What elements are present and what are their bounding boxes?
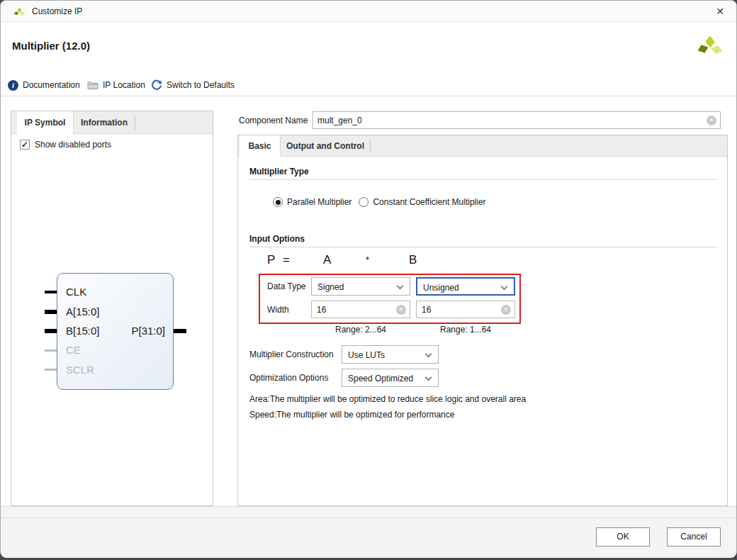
app-logo-icon [13, 6, 26, 18]
component-name-label: Component Name [239, 116, 308, 125]
data-type-b-select[interactable]: Unsigned [416, 277, 515, 296]
multiplier-construction-select[interactable]: Use LUTs [342, 345, 439, 364]
close-icon[interactable]: ✕ [712, 4, 728, 18]
show-disabled-ports-checkbox[interactable]: ✓ Show disabled ports [20, 140, 111, 150]
range-b-note: Range: 1...64 [416, 325, 515, 335]
customize-ip-dialog: Customize IP ✕ Multiplier (12.0) i Docum… [0, 0, 737, 557]
data-type-a-select[interactable]: Signed [311, 277, 410, 296]
left-tab-strip: IP Symbol Information [11, 111, 213, 134]
component-name-field[interactable]: × [313, 111, 721, 129]
width-a-input[interactable] [317, 301, 388, 318]
optimization-options-value: Speed Optimized [348, 374, 413, 383]
data-type-label: Data Type [267, 281, 305, 291]
data-type-a-value: Signed [317, 282, 344, 292]
dialog-footer: OK Cancel [1, 506, 736, 558]
clear-icon[interactable]: × [707, 116, 716, 125]
info-icon: i [8, 80, 18, 91]
equation-star: * [366, 254, 369, 265]
documentation-button[interactable]: i Documentation [8, 78, 80, 92]
chevron-down-icon [397, 283, 404, 290]
ip-location-button[interactable]: IP Location [87, 78, 145, 92]
width-label: Width [267, 305, 289, 315]
port-p: P[31:0] [131, 325, 165, 337]
port-clk: CLK [66, 286, 86, 298]
ip-symbol-panel: IP Symbol Information ✓ Show disabled po… [11, 111, 213, 506]
title-bar: Customize IP ✕ [1, 1, 736, 22]
ip-symbol-diagram: CLK A[15:0] B[15:0] CE SCLR P[31:0] [57, 273, 174, 390]
show-disabled-ports-label: Show disabled ports [35, 140, 111, 150]
port-b: B[15:0] [66, 325, 100, 337]
range-a-note: Range: 2...64 [311, 325, 410, 335]
data-type-b-value: Unsigned [423, 283, 459, 293]
chevron-down-icon [501, 284, 508, 291]
equation-b: B [409, 253, 417, 267]
optimization-options-select[interactable]: Speed Optimized [342, 369, 439, 387]
documentation-label: Documentation [23, 80, 80, 90]
refresh-icon [151, 79, 162, 91]
port-stub-clk [45, 291, 57, 293]
radio-unselected-icon[interactable] [359, 197, 368, 207]
tab-information[interactable]: Information [74, 111, 135, 134]
equation-a: A [323, 253, 331, 267]
switch-to-defaults-label: Switch to Defaults [167, 80, 235, 90]
cancel-button[interactable]: Cancel [667, 527, 721, 547]
section-rule [249, 247, 717, 247]
section-rule [249, 179, 717, 180]
port-ce: CE [66, 344, 81, 356]
equation-p: P [267, 253, 275, 267]
radio-label: Parallel Multiplier [287, 197, 351, 207]
radio-constant-coefficient[interactable]: Constant Coefficient Multiplier [359, 197, 485, 207]
folder-icon [87, 80, 99, 90]
multiplier-construction-label: Multiplier Construction [249, 349, 334, 359]
chevron-down-icon [425, 351, 432, 358]
component-name-input[interactable] [317, 112, 700, 128]
ok-button[interactable]: OK [596, 527, 650, 547]
port-a: A[15:0] [66, 306, 100, 318]
port-stub-p [174, 329, 186, 333]
port-stub-b [45, 329, 57, 333]
clear-icon[interactable]: × [396, 305, 406, 315]
port-stub-a [45, 310, 57, 314]
config-tab-strip: Basic Output and Control [238, 135, 727, 157]
optimization-options-label: Optimization Options [249, 373, 328, 383]
xilinx-logo [697, 32, 724, 59]
tab-output-and-control[interactable]: Output and Control [281, 135, 370, 157]
area-note: Area:The multiplier will be optimized to… [249, 394, 526, 404]
port-stub-sclr [45, 369, 57, 371]
radio-parallel-multiplier[interactable]: Parallel Multiplier [273, 197, 351, 207]
width-b-field[interactable]: × [416, 301, 515, 318]
equation-equals: = [283, 253, 290, 267]
multiplier-construction-value: Use LUTs [348, 350, 385, 360]
checkbox-icon[interactable]: ✓ [20, 140, 30, 150]
config-panel: Basic Output and Control Multiplier Type… [237, 135, 728, 506]
footer-separator [1, 517, 736, 518]
port-sclr: SCLR [66, 364, 94, 376]
tab-divider [135, 116, 135, 130]
speed-note: Speed:The multiplier will be optimized f… [249, 410, 454, 420]
multiplier-type-radios: Parallel Multiplier Constant Coefficient… [273, 197, 486, 207]
tab-ip-symbol[interactable]: IP Symbol [17, 111, 74, 134]
toolbar: i Documentation IP Location Switch to De… [1, 74, 736, 96]
tab-divider [370, 139, 371, 153]
switch-to-defaults-button[interactable]: Switch to Defaults [151, 78, 235, 92]
window-title: Customize IP [32, 6, 82, 16]
multiplier-type-heading: Multiplier Type [249, 167, 309, 177]
input-options-heading: Input Options [249, 234, 305, 244]
ip-location-label: IP Location [103, 80, 145, 90]
radio-label: Constant Coefficient Multiplier [373, 197, 485, 207]
clear-icon[interactable]: × [501, 305, 511, 315]
tab-basic[interactable]: Basic [240, 135, 281, 157]
width-a-field[interactable]: × [311, 301, 410, 318]
radio-selected-icon[interactable] [273, 197, 283, 207]
port-stub-ce [45, 349, 57, 352]
chevron-down-icon [425, 374, 432, 381]
page-title: Multiplier (12.0) [12, 40, 90, 52]
width-b-input[interactable] [422, 301, 493, 318]
